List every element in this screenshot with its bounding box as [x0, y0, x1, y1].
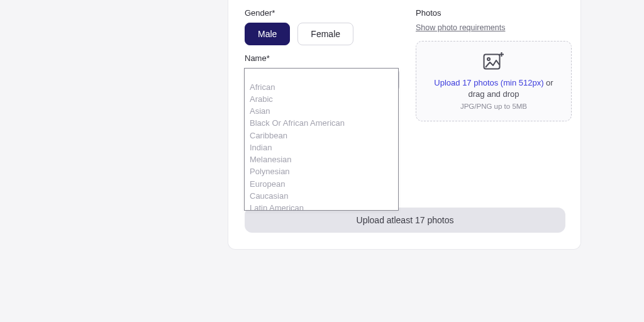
submit-button-disabled[interactable]: Upload atleast 17 photos — [245, 208, 565, 233]
name-label: Name* — [245, 53, 399, 63]
svg-point-1 — [487, 58, 490, 60]
gender-male-button[interactable]: Male — [245, 23, 290, 45]
dropzone-formats: JPG/PNG up to 5MB — [460, 103, 527, 110]
ethnicity-option[interactable]: African — [245, 81, 398, 93]
dropzone-text: Upload 17 photos (min 512px) or drag and… — [425, 77, 562, 99]
ethnicity-option[interactable]: European — [245, 178, 398, 190]
ethnicity-option[interactable]: Arabic — [245, 93, 398, 105]
ethnicity-option[interactable]: Black Or African American — [245, 118, 398, 130]
upload-link[interactable]: Upload 17 photos (min 512px) — [434, 78, 543, 87]
gender-label: Gender* — [245, 8, 399, 18]
ethnicity-option[interactable]: Caucasian — [245, 190, 398, 202]
right-column: Photos Show photo requirements Upload 17… — [416, 0, 572, 121]
ethnicity-dropdown[interactable]: African Arabic Asian Black Or African Am… — [244, 68, 399, 211]
ethnicity-list: African Arabic Asian Black Or African Am… — [245, 69, 398, 211]
ethnicity-option[interactable]: Asian — [245, 106, 398, 118]
ethnicity-option[interactable]: Indian — [245, 142, 398, 153]
ethnicity-option[interactable]: Melanesian — [245, 154, 398, 166]
ethnicity-option[interactable]: Latin American — [245, 203, 398, 211]
photo-requirements-link[interactable]: Show photo requirements — [416, 23, 505, 32]
gender-female-button[interactable]: Female — [297, 23, 353, 45]
photos-label: Photos — [416, 8, 572, 18]
ethnicity-option[interactable]: Caribbean — [245, 130, 398, 142]
image-add-icon — [483, 52, 504, 72]
gender-group: Male Female — [245, 23, 399, 45]
photo-dropzone[interactable]: Upload 17 photos (min 512px) or drag and… — [416, 41, 572, 121]
ethnicity-option[interactable]: Polynesian — [245, 166, 398, 178]
